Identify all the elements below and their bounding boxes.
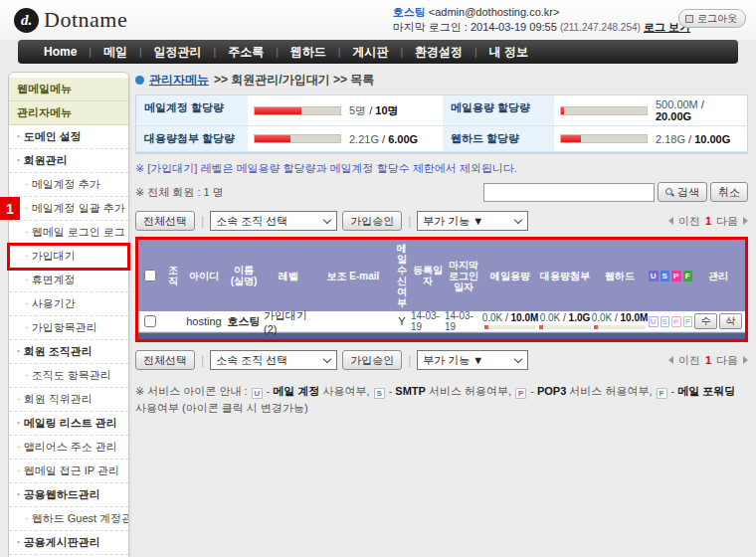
prev-page-link[interactable]: 이전 <box>678 214 700 229</box>
sidebar-section-header[interactable]: 관리자메뉴 <box>9 101 128 125</box>
sidebar-item[interactable]: ·사용기간 <box>9 292 128 316</box>
sidebar-item[interactable]: ·회원 조직관리 <box>9 340 128 364</box>
quota-label: 메일계정 할당량 <box>136 95 248 126</box>
prev-arrow-icon[interactable] <box>668 217 673 225</box>
sidebar-item-label: 회원관리 <box>24 154 68 166</box>
select-all-button[interactable]: 전체선택 <box>135 211 195 231</box>
search-input[interactable] <box>483 183 655 202</box>
pagination-top: 이전 1 다음 <box>668 214 748 229</box>
usage-bar-fill <box>539 325 543 329</box>
cancel-button[interactable]: 취소 <box>710 182 748 202</box>
current-page[interactable]: 1 <box>705 354 711 366</box>
extra-functions-dropdown[interactable]: 부가 기능 ▼ <box>417 211 528 231</box>
nav-item-1[interactable]: 메일 <box>92 44 139 61</box>
row-cell-mgmt: 수정삭제 <box>693 313 743 329</box>
next-page-link[interactable]: 다음 <box>716 353 738 368</box>
dotname-logo: d. Dotname <box>14 7 127 33</box>
quota-used: 2.21G <box>349 133 379 145</box>
sidebar-item[interactable]: ·메일계정 추가 <box>9 173 128 197</box>
sidebar-item-label: 웹하드 Guest 계정관리 <box>32 512 128 524</box>
breadcrumb-admin-menu[interactable]: 관리자메뉴 <box>149 72 209 89</box>
service-badge-U: U <box>649 271 659 281</box>
sidebar-item[interactable]: ·도메인 설정 <box>9 125 128 149</box>
sidebar-item[interactable]: ·공용웹하드관리 <box>9 483 128 507</box>
approve-button[interactable]: 가입승인 <box>342 211 402 231</box>
quota-bar-fill <box>255 135 290 142</box>
quota-used: 500.00M <box>656 98 698 110</box>
sidebar-item[interactable]: ·공용게시판관리 <box>9 531 128 555</box>
next-arrow-icon[interactable] <box>743 356 748 364</box>
nav-item-7[interactable]: 내 정보 <box>477 44 540 61</box>
bullet-icon: · <box>17 345 21 357</box>
prev-page-link[interactable]: 이전 <box>678 353 700 368</box>
row-checkbox[interactable] <box>144 315 156 327</box>
bullet-icon: · <box>25 512 29 524</box>
sidebar-section-header[interactable]: 웹메일메뉴 <box>9 78 128 101</box>
bullet-icon: · <box>17 154 21 166</box>
sidebar-item[interactable]: ·웹메일 접근 IP 관리 <box>9 460 128 483</box>
sidebar-item-pending-signup[interactable]: ·가입대기 <box>9 245 128 269</box>
column-header-level: 레벨 <box>264 240 313 311</box>
chevron-down-icon <box>514 215 522 223</box>
service-toggle-P[interactable]: P <box>671 316 681 327</box>
usage-total: 10.0M <box>621 313 648 323</box>
edit-button[interactable]: 수정 <box>694 313 717 329</box>
notice-exclusion: ※ [가입대기] 레벨은 메일용량 할당량과 메일계정 할당수 제한에서 제외됩… <box>135 161 748 176</box>
current-page[interactable]: 1 <box>705 215 711 227</box>
row-cell-id: hosting <box>184 315 224 327</box>
toolbar-top: 전체선택 | 소속 조직 선택 가입승인 | 부가 기능 ▼ 이전 1 다음 <box>135 210 748 232</box>
bullet-icon: · <box>25 274 29 285</box>
approve-button[interactable]: 가입승인 <box>342 350 402 370</box>
select-all-button[interactable]: 전체선택 <box>135 350 195 370</box>
row-cell-name: 호스팅 <box>224 314 264 329</box>
usage-used: 0.0K <box>592 313 612 323</box>
next-page-link[interactable]: 다음 <box>716 214 738 229</box>
chevron-down-icon <box>323 215 331 223</box>
service-toggle-S[interactable]: S <box>661 316 670 327</box>
quota-used: 5명 <box>349 104 366 116</box>
sidebar-item[interactable]: ·메일계정 일괄 추가 <box>9 197 128 221</box>
next-arrow-icon[interactable] <box>743 217 748 225</box>
main-nav: Home|메일|일정관리|주소록|웹하드|게시판|환경설정|내 정보 <box>18 40 738 64</box>
sidebar-item[interactable]: ·메일링 리스트 관리 <box>9 412 128 436</box>
members-table: 조 직아이디이름 (실명)레벨보조 E-mail메 일 수 신 여 부등록일 자… <box>135 237 748 342</box>
sidebar-item-label: 사용기간 <box>32 297 76 309</box>
sidebar-item[interactable]: ·조직도 항목관리 <box>9 364 128 388</box>
usage-bar-fill <box>594 325 598 329</box>
logout-button[interactable]: 로그아웃 <box>678 9 746 28</box>
select-all-checkbox[interactable] <box>144 270 156 281</box>
usage-bar-track <box>594 325 646 329</box>
search-button[interactable]: 검색 <box>658 182 707 202</box>
sidebar-item[interactable]: ·회원관리 <box>9 149 128 173</box>
quota-label: 웹하드 할당량 <box>443 126 554 152</box>
delete-button[interactable]: 삭제 <box>719 313 742 329</box>
sidebar-item[interactable]: ·가입항목관리 <box>9 316 128 340</box>
nav-item-0[interactable]: Home <box>32 45 89 59</box>
service-toggle-F[interactable]: F <box>683 316 693 327</box>
sidebar-item[interactable]: ·웹메일 로그인 로그 <box>9 221 128 245</box>
service-badge-S: S <box>661 271 670 281</box>
legend-badge-U: U <box>252 388 263 399</box>
main-content: 관리자메뉴 >> 회원관리/가입대기 >> 목록 메일계정 할당량5명 / 10… <box>135 70 748 417</box>
quota-value: 2.18G / 10.00G <box>554 126 749 152</box>
sidebar-item[interactable]: ·회원 직위관리 <box>9 388 128 412</box>
prev-arrow-icon[interactable] <box>668 356 673 364</box>
search-button-label: 검색 <box>677 185 699 200</box>
org-select-dropdown[interactable]: 소속 조직 선택 <box>210 211 337 231</box>
quota-bar-track <box>254 106 341 115</box>
sidebar-item[interactable]: ·웹하드 Guest 계정관리 <box>9 507 128 531</box>
login-ip: (211.247.248.254) <box>560 22 641 33</box>
usage-bar-track <box>539 325 591 329</box>
nav-item-6[interactable]: 환경설정 <box>403 44 474 61</box>
org-select-dropdown[interactable]: 소속 조직 선택 <box>210 350 337 370</box>
nav-item-4[interactable]: 웹하드 <box>279 44 338 61</box>
sidebar-item[interactable]: ·휴면계정 <box>9 269 128 292</box>
service-toggle-U[interactable]: U <box>649 316 659 327</box>
nav-item-2[interactable]: 일정관리 <box>142 44 214 61</box>
sidebar-item-label: 가입대기 <box>32 250 76 262</box>
extra-functions-dropdown[interactable]: 부가 기능 ▼ <box>417 350 528 370</box>
sidebar-item-label: 회원 조직관리 <box>24 345 93 357</box>
sidebar-item[interactable]: ·앨리어스 주소 관리 <box>9 436 128 460</box>
nav-item-3[interactable]: 주소록 <box>216 44 276 61</box>
nav-item-5[interactable]: 게시판 <box>340 44 400 61</box>
